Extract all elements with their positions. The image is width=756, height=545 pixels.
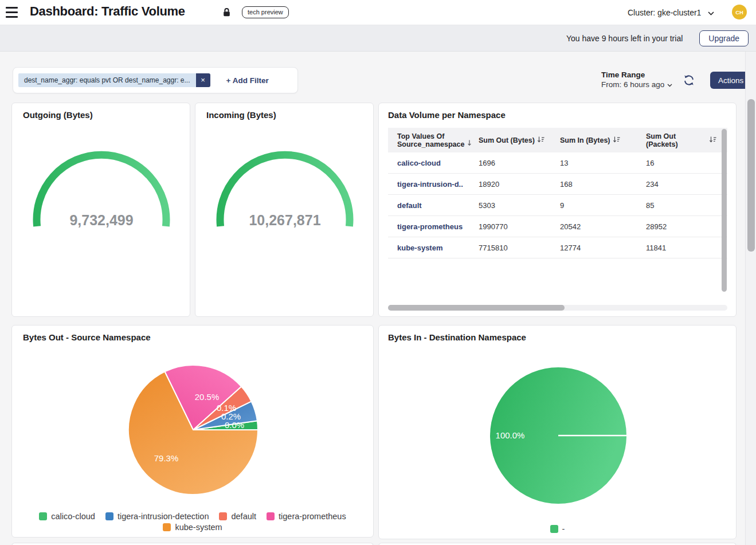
gauge-chart-outgoing: 9,732,499 [12, 127, 191, 253]
legend-bytes-out: calico-cloud tigera-intrusion-detection … [12, 512, 373, 532]
time-range-label: Time Range [601, 70, 672, 79]
legend-swatch [105, 512, 113, 520]
column-header-source-namespace[interactable]: Top Values Of Source_namespace [397, 132, 479, 148]
card [11, 543, 374, 545]
legend-bytes-in: - [379, 524, 736, 534]
sort-icon [537, 136, 545, 145]
table-row: tigera-intrusion-d.. 18920 168 234 [388, 174, 727, 195]
card-title: Bytes Out - Source Namespace [23, 332, 151, 342]
table-card: Data Volume per Namespace Top Values Of … [378, 103, 737, 317]
lock-icon [222, 7, 231, 19]
filter-chip-text: dest_name_aggr: equals pvt OR dest_name_… [18, 73, 196, 87]
legend-swatch [39, 512, 47, 520]
column-header-sum-out-bytes[interactable]: Sum Out (Bytes) [479, 136, 560, 145]
upgrade-button[interactable]: Upgrade [699, 30, 749, 46]
pie-card-bytes-out: Bytes Out - Source Namespace 20.5% 0.1% … [11, 325, 374, 538]
card-title: Incoming (Bytes) [206, 110, 276, 120]
menu-icon[interactable] [6, 7, 18, 18]
legend-item[interactable]: tigera-prometheus [267, 512, 346, 521]
tech-preview-badge: tech preview [242, 6, 289, 18]
app-header: Dashboard: Traffic Volume tech preview C… [0, 0, 756, 25]
namespace-link[interactable]: kube-system [397, 244, 479, 252]
gauge-chart-incoming: 10,267,871 [195, 127, 374, 253]
time-range-dropdown[interactable]: Time Range From: 6 hours ago [601, 70, 672, 89]
page-scrollbar[interactable] [747, 99, 755, 252]
refresh-icon[interactable] [683, 74, 695, 87]
cluster-selector[interactable]: Cluster: gke-cluster1 [628, 6, 714, 19]
table-horizontal-scrollbar[interactable] [388, 305, 565, 311]
gauge-value: 9,732,499 [69, 212, 133, 228]
legend-swatch [267, 512, 275, 520]
gauge-card-incoming: Incoming (Bytes) 10,267,871 [195, 103, 374, 317]
pie-label: 20.5% [195, 392, 220, 402]
table-horizontal-scroll-track [388, 305, 727, 311]
table-row: calico-cloud 1696 13 16 [388, 152, 727, 174]
trial-message: You have 9 hours left in your trial [566, 34, 683, 43]
pie-card-bytes-in: Bytes In - Destination Namespace 100.0% … [378, 325, 737, 539]
trial-bar: You have 9 hours left in your trial Upgr… [0, 25, 756, 52]
gauge-value: 10,267,871 [249, 212, 320, 228]
chevron-down-icon [708, 8, 714, 17]
namespace-table: Top Values Of Source_namespace Sum Out (… [388, 128, 727, 294]
column-header-sum-out-packets[interactable]: Sum Out (Packets) [646, 132, 717, 148]
legend-item[interactable]: kube-system [163, 523, 222, 532]
pie-chart-bytes-out: 20.5% 0.1% 0.2% 0.0% 79.3% [124, 361, 262, 499]
dashboard-page: Dashboard: Traffic Volume tech preview C… [0, 0, 756, 545]
pie-label: 79.3% [154, 453, 179, 463]
card [378, 543, 737, 545]
filter-close-icon[interactable]: × [196, 73, 210, 87]
namespace-link[interactable]: calico-cloud [397, 159, 479, 167]
legend-swatch [550, 525, 558, 533]
time-range-value: From: 6 hours ago [601, 80, 664, 89]
pie-chart-bytes-in: 100.0% [487, 364, 630, 507]
gauge-card-outgoing: Outgoing (Bytes) 9,732,499 [11, 103, 190, 317]
cluster-label: Cluster: gke-cluster1 [628, 8, 701, 17]
card-title: Bytes In - Destination Namespace [388, 332, 526, 342]
avatar[interactable]: CH [732, 5, 747, 19]
legend-item[interactable]: - [550, 524, 565, 534]
namespace-link[interactable]: default [397, 201, 479, 210]
sort-icon [709, 136, 717, 145]
filter-chip[interactable]: dest_name_aggr: equals pvt OR dest_name_… [18, 73, 210, 87]
table-row: tigera-prometheus 1990770 20542 28952 [388, 216, 727, 237]
column-header-sum-in-bytes[interactable]: Sum In (Bytes) [560, 136, 646, 145]
filter-bar: dest_name_aggr: equals pvt OR dest_name_… [13, 67, 298, 93]
pie-label: 100.0% [496, 430, 525, 440]
legend-item[interactable]: tigera-intrusion-detection [105, 512, 209, 521]
page-title: Dashboard: Traffic Volume [30, 4, 185, 19]
legend-item[interactable]: calico-cloud [39, 512, 95, 521]
card-title: Outgoing (Bytes) [23, 110, 93, 120]
table-row: default 5303 9 85 [388, 195, 727, 216]
table-row: kube-system 7715810 12774 11841 [388, 237, 727, 258]
pie-label: 0.0% [225, 420, 244, 430]
legend-item[interactable]: default [219, 512, 256, 521]
namespace-link[interactable]: tigera-intrusion-d.. [397, 180, 479, 189]
legend-swatch [163, 523, 171, 531]
sort-arrow-icon [467, 139, 472, 148]
namespace-link[interactable]: tigera-prometheus [397, 222, 479, 231]
sort-icon [613, 136, 621, 145]
chevron-down-icon [667, 80, 672, 89]
card-title: Data Volume per Namespace [388, 110, 506, 120]
table-vertical-scrollbar[interactable] [722, 129, 727, 292]
table-header-row: Top Values Of Source_namespace Sum Out (… [388, 128, 727, 152]
legend-swatch [219, 512, 227, 520]
page-scroll-track [745, 52, 756, 545]
add-filter-button[interactable]: + Add Filter [226, 76, 269, 85]
